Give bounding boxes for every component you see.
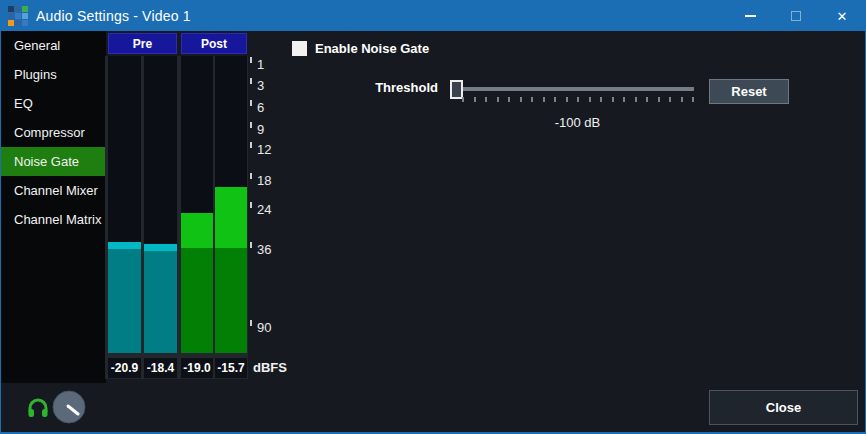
sidebar-item-compressor[interactable]: Compressor xyxy=(1,118,106,147)
minimize-button[interactable] xyxy=(727,1,773,31)
meter-fill-bright xyxy=(144,244,177,251)
meter-bar-post-2 xyxy=(215,56,247,353)
scale-tick xyxy=(250,202,252,208)
scale-tick xyxy=(250,173,252,179)
scale-tick xyxy=(250,142,252,148)
sidebar-item-noise-gate[interactable]: Noise Gate xyxy=(1,147,106,176)
meter-bar-post-1 xyxy=(181,56,213,353)
close-icon: ✕ xyxy=(837,9,848,24)
sidebar-item-channel-mixer[interactable]: Channel Mixer xyxy=(1,176,106,205)
slider-tick xyxy=(497,97,499,102)
meter-header-pre: Pre xyxy=(108,33,177,54)
titlebar: Audio Settings - Video 1 ✕ xyxy=(1,1,865,31)
meter-fill-dark xyxy=(144,251,177,353)
meter-bar-pre-1 xyxy=(108,56,141,353)
slider-tick xyxy=(658,97,660,102)
threshold-label: Threshold xyxy=(338,80,438,95)
scale-tick-label: 1 xyxy=(257,58,264,72)
sidebar-item-label: Channel Matrix xyxy=(14,212,101,227)
scale-tick-label: 6 xyxy=(257,101,264,115)
slider-tick xyxy=(692,97,694,102)
slider-tick xyxy=(612,97,614,102)
sidebar-item-label: General xyxy=(14,38,60,53)
sidebar-item-general[interactable]: General xyxy=(1,31,106,60)
scale-tick-label: 12 xyxy=(257,143,271,157)
sidebar-item-eq[interactable]: EQ xyxy=(1,89,106,118)
sidebar-item-label: Compressor xyxy=(14,125,85,140)
headphones-icon xyxy=(26,396,50,420)
scale-tick-label: 3 xyxy=(257,79,264,93)
scale-tick xyxy=(250,242,252,248)
meter-value-post-2: -15.7 xyxy=(215,358,247,378)
headphones-monitor-button[interactable] xyxy=(26,396,50,420)
meter-fill-dark xyxy=(108,249,141,353)
meter-value-pre-2: -18.4 xyxy=(144,358,177,378)
maximize-icon xyxy=(791,11,801,21)
scale-tick xyxy=(250,122,252,128)
window-title: Audio Settings - Video 1 xyxy=(36,8,191,24)
maximize-button[interactable] xyxy=(773,1,819,31)
caption-buttons: ✕ xyxy=(727,1,865,31)
slider-tick xyxy=(635,97,637,102)
slider-tick xyxy=(554,97,556,102)
sidebar-item-label: Noise Gate xyxy=(14,154,79,169)
slider-tick xyxy=(531,97,533,102)
scale-tick-label: 90 xyxy=(257,321,271,335)
slider-tick xyxy=(520,97,522,102)
meter-fill-dark xyxy=(215,248,247,353)
minimize-icon xyxy=(745,15,756,17)
threshold-value: -100 dB xyxy=(461,115,694,130)
scale-tick-label: 18 xyxy=(257,174,271,188)
threshold-slider-track[interactable] xyxy=(461,87,694,91)
db-scale: 13691218243690 xyxy=(249,1,289,381)
close-button[interactable]: Close xyxy=(709,390,858,425)
scale-tick-label: 36 xyxy=(257,243,271,257)
slider-tick xyxy=(566,97,568,102)
meter-value-pre-1: -20.9 xyxy=(108,358,141,378)
slider-tick xyxy=(600,97,602,102)
slider-tick xyxy=(543,97,545,102)
close-window-button[interactable]: ✕ xyxy=(819,1,865,31)
dbfs-unit-label: dBFS xyxy=(253,360,287,375)
slider-tick xyxy=(474,97,476,102)
threshold-slider[interactable] xyxy=(447,75,699,107)
volume-knob[interactable] xyxy=(52,390,86,424)
slider-tick xyxy=(669,97,671,102)
enable-noise-gate-label: Enable Noise Gate xyxy=(315,41,429,56)
scale-tick xyxy=(250,78,252,84)
slider-tick xyxy=(462,97,464,102)
meter-bar-pre-2 xyxy=(144,56,177,353)
reset-button[interactable]: Reset xyxy=(709,79,789,104)
meter-fill-bright xyxy=(181,213,213,248)
meter-fill-bright xyxy=(108,242,141,249)
meter-fill-dark xyxy=(181,248,213,353)
sidebar: GeneralPluginsEQCompressorNoise GateChan… xyxy=(1,31,106,383)
slider-tick xyxy=(577,97,579,102)
slider-tick xyxy=(485,97,487,102)
enable-noise-gate-checkbox[interactable] xyxy=(292,41,307,56)
audio-settings-window: Audio Settings - Video 1 ✕ GeneralPlugin… xyxy=(0,0,866,434)
slider-tick xyxy=(646,97,648,102)
slider-tick xyxy=(681,97,683,102)
meter-header-post: Post xyxy=(181,33,247,54)
sidebar-item-label: Channel Mixer xyxy=(14,183,98,198)
slider-tick xyxy=(589,97,591,102)
scale-tick xyxy=(250,320,252,326)
knob-icon xyxy=(52,390,86,424)
sidebar-item-channel-matrix[interactable]: Channel Matrix xyxy=(1,205,106,234)
audio-level-meters: -20.9-18.4-19.0-15.7 xyxy=(105,56,248,379)
meter-value-post-1: -19.0 xyxy=(181,358,213,378)
enable-noise-gate-row: Enable Noise Gate xyxy=(292,41,429,56)
scale-tick xyxy=(250,57,252,63)
scale-tick-label: 9 xyxy=(257,123,264,137)
slider-tick xyxy=(623,97,625,102)
slider-tick xyxy=(508,97,510,102)
scale-tick xyxy=(250,100,252,106)
sidebar-item-label: EQ xyxy=(14,96,33,111)
scale-tick-label: 24 xyxy=(257,203,271,217)
meter-fill-bright xyxy=(215,187,247,248)
sidebar-item-plugins[interactable]: Plugins xyxy=(1,60,106,89)
app-icon xyxy=(8,6,28,26)
sidebar-item-label: Plugins xyxy=(14,67,57,82)
